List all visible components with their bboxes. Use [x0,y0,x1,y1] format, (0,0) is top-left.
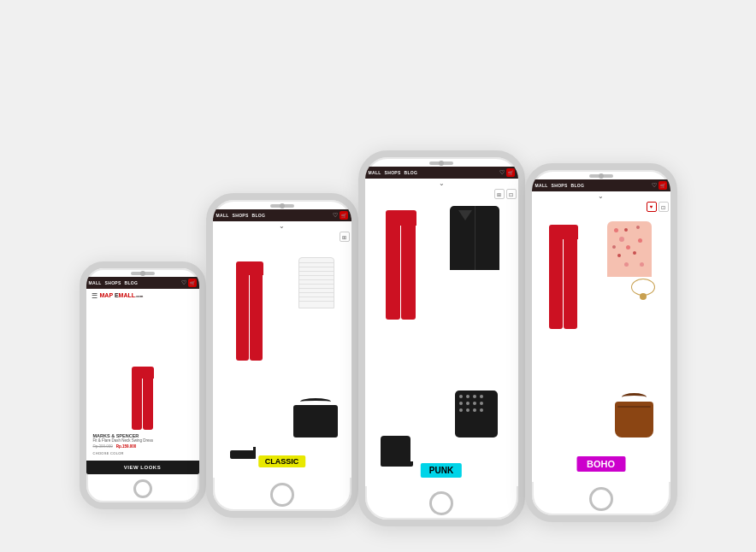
share-icon-2[interactable]: ⊞ [340,232,350,242]
action-icons-2: ⊞ [213,231,351,243]
chevron-down-2[interactable]: ⌄ [213,221,351,231]
boho-bag [615,402,653,437]
nav-shops-2[interactable]: SHOPS [233,213,249,218]
price-old: Rp.399.000 [93,444,113,449]
boho-necklace [631,279,655,296]
phone-1-wrapper: MALL SHOPS BLOG ♡ ☰ MAP EMALL.com [80,261,206,535]
boho-pants [549,225,578,329]
scene: MALL SHOPS BLOG ♡ ☰ MAP EMALL.com [0,0,756,552]
action-icons-4: ♥ ⊡ [532,201,670,213]
phone-4-nav: MALL SHOPS BLOG ♡ [532,179,670,191]
nav-icons-1: ♡ [181,279,197,287]
chevron-down-4[interactable]: ⌄ [532,191,670,201]
nav-shops-4[interactable]: SHOPS [552,183,568,188]
share-icon-3[interactable]: ⊡ [506,189,517,199]
phone-4-top-bar [532,170,670,179]
nav-blog-3[interactable]: BLOG [405,170,418,175]
phone-3-camera [439,161,444,166]
classic-pants [236,261,263,361]
nav-cart-icon-2[interactable] [340,211,348,220]
hamburger-icon[interactable]: ☰ [92,292,97,300]
phone-3-top-bar [365,157,518,167]
chevron-down-3[interactable]: ⌄ [365,179,518,188]
phone-2-camera [280,203,285,208]
product-image-area [92,304,194,430]
share-icon-4[interactable]: ⊡ [659,202,669,212]
phone-3: MALL SHOPS BLOG ♡ ⌄ ⊞ ⊡ [358,150,525,526]
nav-heart-icon-2[interactable]: ♡ [333,212,338,219]
phone-4-content: ⌄ ♥ ⊡ [532,191,670,482]
classic-bag [293,405,338,437]
nav-blog-1[interactable]: BLOG [125,280,139,285]
phone-2-wrapper: MALL SHOPS BLOG ♡ ⌄ ⊞ [206,193,358,535]
phone-1-nav: MALL SHOPS BLOG ♡ [86,277,199,289]
classic-heels [230,450,256,459]
boho-outfit-container: BOHO [534,214,669,480]
punk-outfit-container: PUNK [367,202,517,484]
phone-4-camera [599,173,604,179]
classic-badge: CLASSIC [258,455,306,467]
punk-outfit-area: PUNK [365,200,518,486]
pants-legs [132,379,154,430]
boho-badge: BOHO [576,456,625,472]
phone-4-home-button[interactable] [589,487,613,511]
nav-heart-icon-4[interactable]: ♡ [652,182,657,189]
phone-3-content: ⌄ ⊞ ⊡ [365,179,518,486]
phone-2-nav: MALL SHOPS BLOG ♡ [213,209,351,221]
view-looks-button[interactable]: VIEW LOOKS [86,461,199,474]
classic-outfit-container: CLASSIC [215,244,350,476]
nav-blog-4[interactable]: BLOG [571,183,585,188]
nav-heart-icon-3[interactable]: ♡ [499,169,505,176]
phone-2-home-button[interactable] [270,483,294,507]
phone-1-inner: ☰ MAP EMALL.com [86,289,199,461]
punk-pants [386,210,416,320]
nav-icons-4: ♡ [652,181,667,190]
nav-mall-2[interactable]: MALL [216,213,229,218]
nav-cart-icon-4[interactable] [659,181,667,190]
product-details: MARKS & SPENCER Fit & Flare Dash Neck Sw… [92,433,194,457]
nav-cart-icon-1[interactable] [188,279,197,287]
choose-color-label: CHOOSE COLOR [93,451,192,455]
nav-icons-3: ♡ [499,168,515,177]
boho-floral-top [607,221,652,277]
phone-1-home-button[interactable] [133,479,152,498]
classic-outfit-area: CLASSIC [213,243,351,478]
nav-mall-1[interactable]: MALL [89,280,102,285]
punk-jacket [450,206,499,270]
phone-2-content: ⌄ ⊞ [213,221,351,478]
phone-3-home-button[interactable] [429,491,453,515]
action-icons-3: ⊞ ⊡ [365,188,518,200]
phone-4: MALL SHOPS BLOG ♡ ⌄ ♥ ⊡ [525,163,677,522]
punk-backpack [455,391,498,437]
nav-heart-icon-1[interactable]: ♡ [181,279,186,286]
phone-1-top-bar [86,268,199,277]
nav-mall-3[interactable]: MALL [369,170,381,175]
nav-shops-1[interactable]: SHOPS [105,280,121,285]
nav-blog-2[interactable]: BLOG [252,213,266,218]
phone-3-nav: MALL SHOPS BLOG ♡ [365,167,518,179]
product-name-text: Fit & Flare Dash Neck Swing Dress [93,438,192,443]
pants-image [132,367,154,430]
nav-icons-2: ♡ [333,211,348,220]
nav-mall-4[interactable]: MALL [535,183,548,188]
phone-4-wrapper: MALL SHOPS BLOG ♡ ⌄ ♥ ⊡ [525,163,677,535]
fav-icon-4[interactable]: ♥ [647,202,657,212]
phone-2: MALL SHOPS BLOG ♡ ⌄ ⊞ [206,193,358,518]
brand-logo: MAP EMALL.com [100,292,144,298]
phone-3-wrapper: MALL SHOPS BLOG ♡ ⌄ ⊞ ⊡ [358,150,525,535]
boho-outfit-area: BOHO [532,213,670,482]
nav-cart-icon-3[interactable] [506,168,515,177]
phone-1-content: ☰ MAP EMALL.com [86,289,199,474]
phone-2-top-bar [213,200,351,209]
phone-1-camera [140,271,145,276]
classic-shirt [298,257,334,308]
punk-badge: PUNK [421,463,462,478]
nav-shops-3[interactable]: SHOPS [385,170,401,175]
price-new: Rp.159.000 [116,444,137,449]
phone-1: MALL SHOPS BLOG ♡ ☰ MAP EMALL.com [80,261,206,509]
fav-icon-3[interactable]: ⊞ [494,189,505,199]
punk-boots [381,436,410,463]
